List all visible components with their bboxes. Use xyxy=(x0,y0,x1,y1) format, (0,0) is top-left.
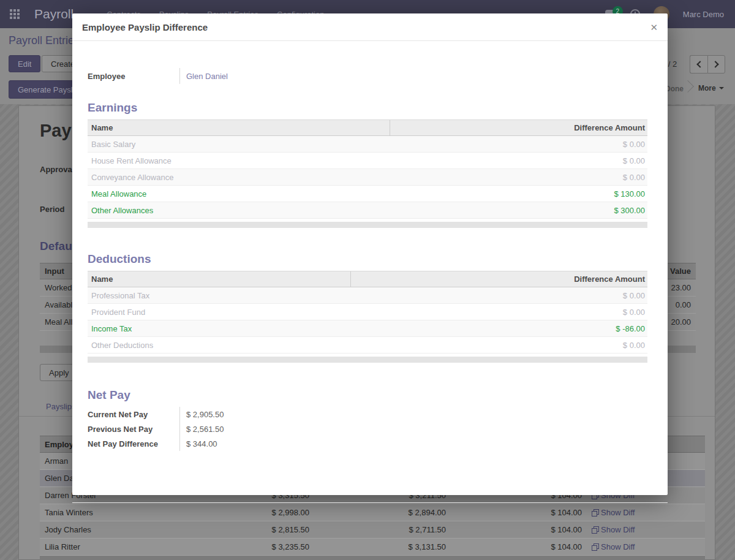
earnings-heading: Earnings xyxy=(88,101,647,115)
earnings-table-header: Name Difference Amount xyxy=(88,119,647,136)
period-field-label: Period xyxy=(40,205,64,214)
approval-field-label: Approval xyxy=(40,165,74,174)
apps-grid-icon[interactable] xyxy=(10,9,20,19)
employee-field: Employee Glen Daniel xyxy=(88,68,647,84)
copy-diff-icon xyxy=(592,543,599,551)
chevron-right-icon xyxy=(712,61,718,67)
dialog-header: Employee Payslip Difference ✕ xyxy=(72,13,668,41)
name-column-header: Name xyxy=(88,271,351,287)
previous-net-pay-label: Previous Net Pay xyxy=(88,422,179,436)
employee-field-label: Employee xyxy=(88,68,179,84)
more-label: More xyxy=(698,84,716,93)
breadcrumb[interactable]: Payroll Entries xyxy=(9,34,80,47)
stage-done[interactable]: Done xyxy=(665,85,684,93)
net-pay-row: Current Net Pay $ 2,905.50 xyxy=(88,407,647,422)
net-pay-difference-value: $ 344.00 xyxy=(179,436,217,451)
dialog-footer-divider xyxy=(72,502,668,503)
earnings-row: House Rent Allowance $ 0.00 xyxy=(88,153,647,169)
net-pay-row: Previous Net Pay $ 2,561.50 xyxy=(88,422,647,436)
record-title: Pay xyxy=(40,121,72,141)
tab-payslips[interactable]: Payslips xyxy=(46,402,75,411)
earnings-table: Name Difference Amount Basic Salary $ 0.… xyxy=(88,119,647,228)
stage-arrow-separator xyxy=(682,80,694,93)
previous-net-pay-value: $ 2,561.50 xyxy=(179,422,224,436)
name-column-header: Name xyxy=(88,120,390,135)
current-net-pay-value: $ 2,905.50 xyxy=(179,407,224,422)
net-pay-row: Net Pay Difference $ 344.00 xyxy=(88,436,647,451)
employee-name: Lilia Ritter xyxy=(40,542,176,551)
app-name[interactable]: Payroll xyxy=(34,7,74,21)
copy-diff-icon xyxy=(592,526,599,534)
employee-payslip-difference-dialog: Employee Payslip Difference ✕ Employee G… xyxy=(72,13,668,495)
deductions-row: Income Tax $ -86.00 xyxy=(88,320,647,337)
earnings-row: Basic Salary $ 0.00 xyxy=(88,136,647,153)
earnings-row: Other Allowances $ 300.00 xyxy=(88,202,647,219)
net-pay-heading: Net Pay xyxy=(88,388,647,402)
more-button[interactable]: More xyxy=(698,84,724,93)
net-pay-difference-label: Net Pay Difference xyxy=(88,436,179,451)
employee-field-value[interactable]: Glen Daniel xyxy=(179,68,228,84)
table-row[interactable]: Lilia Ritter $ 3,235.50 $ 3,131.50 $ 104… xyxy=(40,539,705,556)
deductions-table: Name Difference Amount Professional Tax … xyxy=(88,271,647,363)
employee-table-footer xyxy=(40,556,705,560)
earnings-row: Meal Allowance $ 130.00 xyxy=(88,186,647,202)
deductions-row: Professional Tax $ 0.00 xyxy=(88,287,647,304)
chevron-left-icon xyxy=(696,61,703,67)
table-row[interactable]: Jody Charles $ 2,815.50 $ 2,711.50 $ 104… xyxy=(40,521,705,539)
employee-name: Jody Charles xyxy=(40,525,176,534)
page: Payroll Contracts Payslips Payroll Entri… xyxy=(0,0,735,560)
deductions-row: Provident Fund $ 0.00 xyxy=(88,304,647,320)
dialog-title: Employee Payslip Difference xyxy=(82,22,208,32)
pager-next-button[interactable] xyxy=(707,55,725,74)
deductions-table-footer xyxy=(88,357,647,363)
earnings-row: Conveyance Allowance $ 0.00 xyxy=(88,169,647,186)
deductions-heading: Deductions xyxy=(88,252,647,266)
net-pay-section: Current Net Pay $ 2,905.50 Previous Net … xyxy=(88,407,647,451)
difference-amount-column-header: Difference Amount xyxy=(351,274,647,284)
user-name[interactable]: Marc Demo xyxy=(683,10,724,19)
current-net-pay-label: Current Net Pay xyxy=(88,407,179,422)
close-icon[interactable]: ✕ xyxy=(650,23,658,32)
deductions-row: Other Deductions $ 0.00 xyxy=(88,337,647,354)
edit-button[interactable]: Edit xyxy=(9,55,40,72)
show-diff-link[interactable]: Show Diff xyxy=(586,542,705,551)
deductions-table-header: Name Difference Amount xyxy=(88,271,647,287)
pager-previous-button[interactable] xyxy=(690,55,707,74)
difference-amount-column-header: Difference Amount xyxy=(390,123,647,132)
dialog-body: Employee Glen Daniel Earnings Name Diffe… xyxy=(72,68,668,522)
caret-down-icon xyxy=(719,87,724,89)
show-diff-link[interactable]: Show Diff xyxy=(586,525,705,534)
earnings-table-footer xyxy=(88,222,647,228)
pager xyxy=(690,55,725,74)
